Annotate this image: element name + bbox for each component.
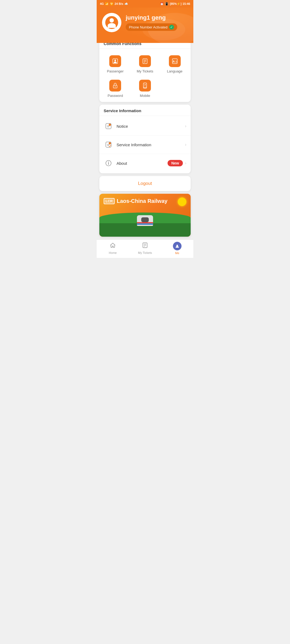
svg-point-13	[145, 88, 145, 88]
phone-badge-text: Phone Number Activated	[129, 25, 168, 29]
password-icon	[109, 80, 121, 92]
wifi-icon: 🛜	[110, 2, 114, 6]
home-icon	[110, 242, 116, 250]
home-label: Home	[109, 251, 117, 254]
service-info-label: Service Information	[117, 142, 182, 147]
function-password[interactable]: Password	[102, 78, 129, 100]
functions-grid: Passenger My Tickets A 文 La	[99, 49, 191, 102]
svg-point-15	[109, 124, 111, 126]
data-usage: 24 B/s	[115, 2, 123, 5]
function-my-tickets[interactable]: My Tickets	[131, 53, 159, 75]
about-icon	[104, 158, 113, 168]
alarm-icon: ⏰	[160, 2, 164, 6]
service-information-title: Service Information	[99, 105, 191, 116]
password-label: Password	[108, 94, 123, 98]
service-information-card: Service Information Notice ›	[99, 105, 191, 173]
status-right: ⏰ 📳 [85%⚡] 15:46	[160, 2, 190, 6]
status-left: 4G 📶 🛜 24 B/s ☁️	[100, 2, 128, 6]
svg-text:A: A	[173, 60, 175, 63]
train-body	[137, 215, 153, 226]
nav-tickets-icon	[142, 242, 148, 250]
battery-indicator: [85%⚡]	[170, 2, 181, 6]
time-display: 15:46	[183, 2, 190, 5]
service-info-chevron: ›	[185, 142, 186, 147]
phone-badge: Phone Number Activated ✓	[126, 23, 177, 31]
profile-header: junying1 geng Phone Number Activated ✓	[97, 8, 193, 43]
service-info-icon	[104, 140, 113, 149]
train-window	[141, 217, 149, 222]
my-tickets-icon	[139, 55, 151, 67]
notice-chevron: ›	[185, 124, 186, 129]
profile-row: junying1 geng Phone Number Activated ✓	[102, 13, 188, 32]
notice-label: Notice	[117, 124, 182, 129]
status-bar: 4G 📶 🛜 24 B/s ☁️ ⏰ 📳 [85%⚡] 15:46	[97, 0, 193, 8]
svg-rect-11	[143, 83, 147, 88]
banner-content: LCR Laos-China Railway	[99, 194, 191, 210]
train-illustration	[137, 215, 153, 229]
cloud-icon: ☁️	[124, 2, 128, 6]
svg-point-10	[115, 86, 116, 87]
train-stripe-red	[137, 222, 153, 223]
service-item-notice[interactable]: Notice ›	[99, 117, 191, 136]
common-functions-card: Common Functions Passenger	[99, 38, 191, 102]
notice-right: ›	[185, 124, 186, 129]
svg-point-19	[109, 142, 111, 144]
mobile-icon	[139, 80, 151, 92]
svg-point-24	[108, 162, 109, 162]
nav-me[interactable]: Me	[161, 242, 193, 255]
nav-tickets-label: My Tickets	[138, 251, 152, 254]
service-info-right: ›	[185, 142, 186, 147]
new-badge: New	[168, 160, 183, 166]
svg-text:文: 文	[175, 60, 177, 63]
nav-home[interactable]: Home	[97, 242, 129, 254]
profile-info: junying1 geng Phone Number Activated ✓	[126, 14, 188, 31]
nav-me-icon	[173, 242, 182, 250]
train-stripe-blue	[137, 224, 153, 225]
banner-title: Laos-China Railway	[117, 198, 168, 204]
lcr-box: LCR	[104, 198, 115, 204]
bottom-nav: Home My Tickets Me	[97, 239, 193, 258]
banner-logo: LCR Laos-China Railway	[104, 198, 168, 204]
sun-icon	[178, 197, 186, 206]
about-chevron: ›	[185, 161, 186, 166]
svg-point-1	[114, 60, 116, 61]
notice-icon	[104, 121, 113, 131]
service-item-service-info[interactable]: Service Information ›	[99, 136, 191, 154]
network-indicator: 4G	[100, 2, 104, 5]
nav-me-label: Me	[175, 251, 179, 255]
me-avatar-icon	[173, 242, 182, 250]
service-list: Notice › Service Information ›	[99, 116, 191, 173]
avatar-silhouette	[105, 16, 118, 29]
nav-my-tickets[interactable]: My Tickets	[129, 242, 161, 254]
service-item-about[interactable]: About New ›	[99, 154, 191, 172]
check-icon: ✓	[169, 25, 174, 30]
about-label: About	[117, 161, 164, 166]
lcr-banner: LCR Laos-China Railway	[99, 194, 191, 237]
vibrate-icon: 📳	[165, 2, 169, 6]
about-right: New ›	[168, 160, 186, 166]
profile-name: junying1 geng	[126, 14, 188, 21]
my-tickets-label: My Tickets	[137, 69, 153, 73]
function-language[interactable]: A 文 Language	[161, 53, 189, 75]
signal-icon: 📶	[105, 2, 109, 6]
language-icon: A 文	[169, 55, 181, 67]
function-passenger[interactable]: Passenger	[102, 53, 129, 75]
avatar	[102, 13, 121, 32]
passenger-label: Passenger	[107, 69, 124, 73]
logout-button[interactable]: Logout	[138, 181, 152, 186]
logout-card[interactable]: Logout	[99, 176, 191, 191]
mobile-label: Mobile	[140, 94, 150, 98]
function-mobile[interactable]: Mobile	[131, 78, 159, 100]
passenger-icon	[109, 55, 121, 67]
language-label: Language	[167, 69, 183, 73]
